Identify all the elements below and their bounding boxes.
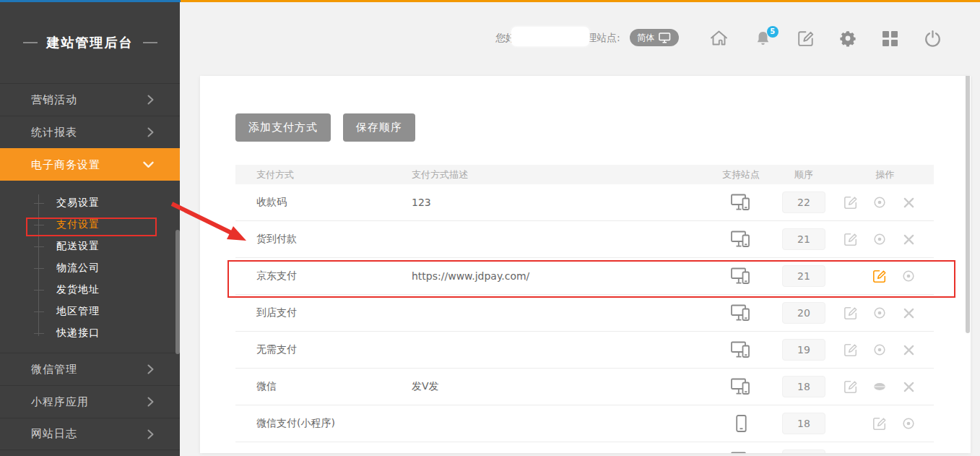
table-row: 到店支付20 [235,295,934,332]
chevron-right-icon [147,397,154,407]
order-input[interactable]: 18 [782,413,825,434]
sidebar-item[interactable]: 网站日志 [0,418,180,450]
view-action-icon[interactable] [894,269,923,283]
header-description: 支付方式描述 [412,168,711,181]
remove-action-icon[interactable] [894,344,923,356]
order-input[interactable]: 18 [782,376,825,397]
sidebar-item[interactable]: 微信管理 [0,353,180,385]
view-off-action-icon[interactable] [865,379,894,394]
notifications-bell-icon[interactable]: 5 [754,30,772,48]
settings-gear-icon[interactable] [839,30,857,47]
tree-tick [34,311,44,312]
order-cell: 18 [771,376,836,397]
payment-description-cell: 发V发 [412,380,711,393]
edit-action-icon[interactable] [836,306,865,320]
tree-tick [34,290,44,291]
home-icon[interactable] [709,29,729,48]
power-logout-icon[interactable] [924,30,942,48]
view-action-icon[interactable] [865,306,894,320]
actions-cell [836,379,934,394]
supported-sites-cell [711,415,771,432]
edit-action-icon[interactable] [836,343,865,357]
actions-cell [836,343,934,357]
sidebar-item[interactable]: 统计报表 [0,116,180,148]
desktop-mobile-icon [731,194,751,211]
sidebar-subitem[interactable]: 支付设置 [0,214,180,236]
desktop-mobile-icon [731,341,751,358]
sidebar: 建站管理后台 营销活动统计报表电子商务设置 交易设置支付设置配送设置物流公司发货… [0,2,180,456]
order-input[interactable]: 21 [782,228,825,250]
sidebar-subitem[interactable]: 快递接口 [0,322,180,344]
save-order-button[interactable]: 保存顺序 [343,113,415,142]
sidebar-subitem-label: 发货地址 [56,283,100,296]
supported-sites-cell [711,267,771,285]
compose-edit-icon[interactable] [797,30,815,47]
remove-action-icon[interactable] [894,233,923,246]
order-input[interactable]: 19 [782,339,825,361]
order-cell [771,449,836,453]
edit-action-icon[interactable] [836,195,865,210]
add-payment-method-button[interactable]: 添加支付方式 [235,113,331,142]
sidebar-subitem[interactable]: 交易设置 [0,192,180,214]
table-row: 微信支付(小程序)18 [235,405,934,442]
supported-sites-cell [711,231,771,248]
actions-cell [836,195,934,210]
content-top-accent-strip [181,0,980,2]
language-switch-button[interactable]: 简体 [630,29,679,46]
order-cell: 21 [771,265,836,287]
sidebar-item[interactable]: 营销活动 [0,83,180,116]
remove-action-icon[interactable] [894,197,923,209]
notification-badge: 5 [767,26,779,38]
order-input[interactable] [782,449,825,453]
mobile-icon [736,415,747,432]
content-scrollbar-thumb[interactable] [966,76,970,333]
order-input[interactable]: 21 [782,265,825,287]
table-row: 京东支付https://www.jdpay.com/21 [235,258,934,295]
view-action-icon[interactable] [865,232,894,246]
sidebar-item[interactable]: 小程序应用 [0,385,180,418]
edit-action-icon[interactable] [865,416,894,431]
header-order: 顺序 [771,168,836,181]
remove-action-icon[interactable] [894,307,923,319]
sidebar-item[interactable]: 电子商务设置 [0,148,180,181]
payment-description-cell: 123 [412,197,711,208]
sidebar-subitem[interactable]: 配送设置 [0,236,180,257]
supported-sites-cell [711,304,771,322]
actions-cell [836,306,934,320]
table-row: 收款码12322 [235,184,934,221]
sidebar-item-label: 微信管理 [31,363,77,377]
desktop-mobile-icon [731,452,751,453]
actions-cell [836,416,934,431]
sidebar-subitem[interactable]: 地区管理 [0,301,180,322]
sidebar-subitem-label: 配送设置 [56,240,100,253]
header-actions: 操作 [836,168,934,181]
sidebar-subitem-label: 地区管理 [56,305,100,318]
title-dash-left [23,42,38,43]
remove-action-icon[interactable] [894,381,923,393]
table-row: 货到付款21 [235,221,934,258]
view-action-icon[interactable] [865,195,894,210]
view-action-icon[interactable] [865,343,894,357]
supported-sites-cell [711,341,771,358]
apps-grid-icon[interactable] [882,30,898,47]
payment-settings-panel: 添加支付方式 保存顺序 支付方式 支付方式描述 支持站点 顺序 操作 收款码12… [200,76,971,453]
sidebar-subitem-label: 支付设置 [56,218,100,231]
payment-method-cell: 收款码 [235,196,412,209]
sidebar-submenu: 交易设置支付设置配送设置物流公司发货地址地区管理快递接口 [0,183,180,351]
table-row: 无需支付19 [235,332,934,369]
edit-action-icon[interactable] [836,232,865,246]
desktop-mobile-icon [731,231,751,248]
view-action-icon[interactable] [894,416,923,431]
order-input[interactable]: 22 [782,192,825,213]
order-input[interactable]: 20 [782,302,825,324]
sidebar-subitem-label: 快递接口 [56,327,100,340]
sidebar-subitem[interactable]: 物流公司 [0,257,180,279]
tree-tick [34,268,44,269]
table-row: 微信发V发18 [235,369,934,405]
sidebar-scrollbar-thumb[interactable] [175,230,180,354]
header-method: 支付方式 [235,168,412,181]
sidebar-subitem[interactable]: 发货地址 [0,279,180,301]
edit-action-icon[interactable] [865,269,894,283]
edit-action-icon[interactable] [836,379,865,394]
sidebar-subitem-label: 交易设置 [56,197,100,210]
